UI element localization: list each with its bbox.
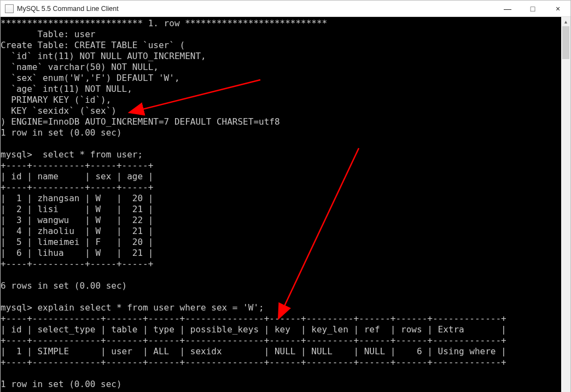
minimize-button[interactable]: — xyxy=(495,1,520,17)
close-button[interactable]: × xyxy=(545,1,570,17)
column-name: `name` varchar(50) NOT NULL, xyxy=(1,62,159,72)
explain-border: +----+-------------+-------+------+-----… xyxy=(1,335,506,346)
rowset-2: 1 row in set (0.00 sec) xyxy=(1,379,122,389)
user-table-row: | 1 | zhangsan | W | 20 | xyxy=(1,193,153,203)
window-title: MySQL 5.5 Command Line Client xyxy=(17,5,119,13)
column-id: `id` int(11) NOT NULL AUTO_INCREMENT, xyxy=(1,51,206,61)
column-age: `age` int(11) NOT NULL, xyxy=(1,84,132,94)
user-table-row: | 5 | limeimei | F | 20 | xyxy=(1,237,153,247)
maximize-button[interactable]: □ xyxy=(520,1,545,17)
primary-key-line: PRIMARY KEY (`id`), xyxy=(1,95,111,105)
console-output[interactable]: *************************** 1. row *****… xyxy=(1,17,561,392)
rowset-6: 6 rows in set (0.00 sec) xyxy=(1,280,127,291)
user-table-row: | 2 | lisi | W | 21 | xyxy=(1,204,153,214)
create-table-line: Create Table: CREATE TABLE `user` ( xyxy=(1,40,185,50)
prompt-explain: mysql> explain select * from user where … xyxy=(1,302,264,313)
engine-line: ) ENGINE=InnoDB AUTO_INCREMENT=7 DEFAULT… xyxy=(1,116,280,127)
scroll-track[interactable] xyxy=(561,26,570,392)
vertical-scrollbar[interactable]: ▴ ▾ xyxy=(561,17,570,392)
app-icon xyxy=(5,4,14,13)
prompt-select: mysql> select * from user; xyxy=(1,149,143,160)
user-table-border: +----+----------+-----+-----+ xyxy=(1,259,153,269)
row-header: *************************** 1. row *****… xyxy=(1,18,327,28)
scroll-up-button[interactable]: ▴ xyxy=(561,17,570,26)
user-table-border: +----+----------+-----+-----+ xyxy=(1,182,153,192)
user-table-row: | 3 | wangwu | W | 22 | xyxy=(1,215,153,225)
arrow-to-key-sexidx xyxy=(129,80,260,113)
rowset-1: 1 row in set (0.00 sec) xyxy=(1,127,122,138)
explain-border: +----+-------------+-------+------+-----… xyxy=(1,357,506,367)
explain-row: | 1 | SIMPLE | user | ALL | sexidx | NUL… xyxy=(1,346,506,356)
scroll-thumb[interactable] xyxy=(562,26,569,59)
client-area: *************************** 1. row *****… xyxy=(1,17,570,392)
column-sex: `sex` enum('W','F') DEFAULT 'W', xyxy=(1,73,180,83)
user-table-header: | id | name | sex | age | xyxy=(1,171,153,182)
explain-border: +----+-------------+-------+------+-----… xyxy=(1,313,506,324)
user-table-row: | 6 | lihua | W | 21 | xyxy=(1,248,153,258)
user-table-border: +----+----------+-----+-----+ xyxy=(1,160,153,171)
key-sexidx-line: KEY `sexidx` (`sex`) xyxy=(1,106,116,116)
user-table-row: | 4 | zhaoliu | W | 21 | xyxy=(1,226,153,236)
arrow-to-key-column xyxy=(278,148,359,319)
app-window: MySQL 5.5 Command Line Client — □ × ****… xyxy=(0,0,571,392)
explain-header: | id | select_type | table | type | poss… xyxy=(1,324,506,335)
titlebar[interactable]: MySQL 5.5 Command Line Client — □ × xyxy=(1,1,570,17)
table-name-line: Table: user xyxy=(1,29,95,39)
